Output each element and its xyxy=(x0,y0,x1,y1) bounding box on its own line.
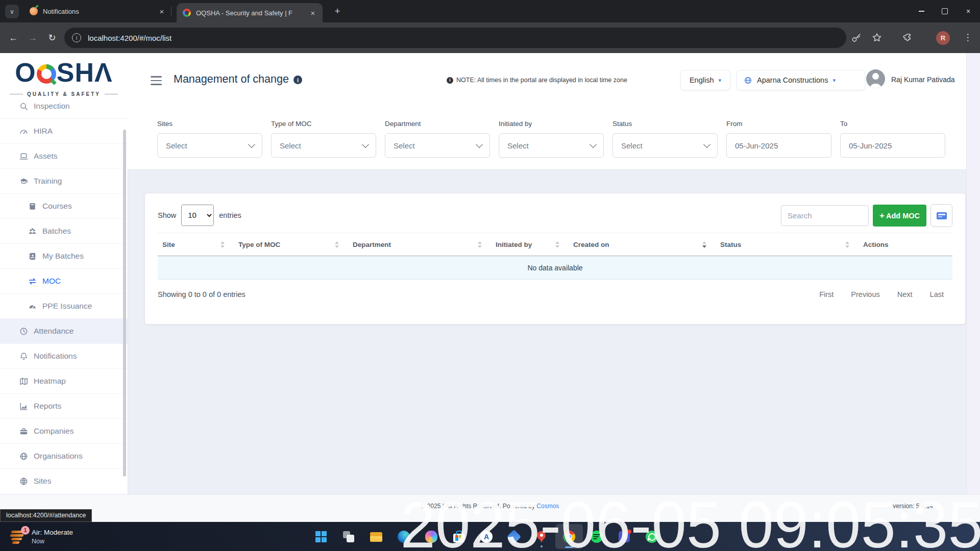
sidebar-item-training[interactable]: Training xyxy=(0,169,128,194)
oqsha-favicon-icon xyxy=(183,9,191,17)
sidebar-item-batches[interactable]: Batches xyxy=(0,219,128,244)
status-select[interactable]: Select xyxy=(612,133,718,158)
chrome-button[interactable] xyxy=(555,524,583,549)
chevron-down-icon xyxy=(476,141,483,148)
pagination-last[interactable]: Last xyxy=(930,290,944,298)
language-selector[interactable]: English ▾ xyxy=(680,70,730,90)
sidebar-item-notifications[interactable]: Notifications xyxy=(0,344,128,369)
column-header-site[interactable]: Site xyxy=(158,233,234,256)
column-header-type-of-moc[interactable]: Type of MOC xyxy=(234,233,348,256)
teams-button[interactable]: T xyxy=(610,524,638,549)
column-header-created-on[interactable]: Created on xyxy=(569,233,716,256)
browser-tab-strip: ∨ Notifications × OQSHA - Security and S… xyxy=(0,0,980,22)
cosmos-link[interactable]: Cosmos xyxy=(536,503,559,510)
helmet-gauge-icon xyxy=(28,302,37,311)
back-button[interactable]: ← xyxy=(6,31,20,45)
sites-select[interactable]: Select xyxy=(157,133,262,158)
sidebar-item-attendance[interactable]: Attendance xyxy=(0,319,128,344)
sidebar-item-courses[interactable]: Courses xyxy=(0,194,128,219)
column-header-actions: Actions xyxy=(859,233,952,256)
select-value: Select xyxy=(621,141,643,150)
select-value: Select xyxy=(507,141,529,150)
windows-taskbar: 1 Air: Moderate Now A T ^ ENG IN 11: xyxy=(0,522,980,551)
sidebar-item-moc[interactable]: MOC xyxy=(0,269,128,294)
add-moc-button[interactable]: +Add MOC xyxy=(873,205,926,227)
tab-search-button[interactable]: ∨ xyxy=(5,5,19,18)
initiated-by-select[interactable]: Select xyxy=(499,133,604,158)
password-key-icon[interactable] xyxy=(850,32,863,44)
visual-studio-button[interactable] xyxy=(500,524,528,549)
sidebar-item-organisations[interactable]: Organisations xyxy=(0,444,128,469)
sidebar: Inspection HIRA Assets Training Courses … xyxy=(0,53,128,522)
search-input[interactable] xyxy=(781,205,869,226)
address-bar[interactable]: i localhost:4200/#/moc/list xyxy=(64,28,846,48)
whatsapp-button[interactable] xyxy=(638,524,666,549)
column-header-initiated-by[interactable]: Initiated by xyxy=(491,233,569,256)
sidebar-item-hira[interactable]: HIRA xyxy=(0,119,128,144)
title-info-icon[interactable]: i xyxy=(293,76,302,84)
column-header-department[interactable]: Department xyxy=(348,233,491,256)
pin-app-button[interactable] xyxy=(528,524,555,549)
pagination-first[interactable]: First xyxy=(819,290,834,298)
page-scrollbar[interactable] xyxy=(966,53,980,522)
weather-widget[interactable]: 1 Air: Moderate Now xyxy=(6,525,77,548)
chevron-down-icon xyxy=(248,141,255,148)
copilot-button[interactable] xyxy=(418,524,445,549)
type-of-moc-select[interactable]: Select xyxy=(271,133,376,158)
sidebar-item-companies[interactable]: Companies xyxy=(0,419,128,444)
window-maximize-button[interactable] xyxy=(933,0,957,22)
version-text: version: 5.4.14 xyxy=(893,503,933,510)
window-minimize-button[interactable] xyxy=(910,0,933,22)
page-size-select[interactable]: 10 xyxy=(181,205,214,226)
link-preview-tooltip: localhost:4200/#/attendance xyxy=(0,509,92,522)
spotify-button[interactable] xyxy=(583,524,610,549)
hamburger-menu-icon[interactable] xyxy=(151,76,162,88)
task-view-icon xyxy=(342,531,355,543)
browser-menu-kebab-icon[interactable]: ⋮ xyxy=(962,31,974,45)
sidebar-item-ppe-issuance[interactable]: PPE Issuance xyxy=(0,294,128,319)
sidebar-item-my-batches[interactable]: My Batches xyxy=(0,244,128,269)
pagination-previous[interactable]: Previous xyxy=(851,290,879,298)
new-tab-button[interactable]: + xyxy=(331,5,344,18)
window-close-button[interactable]: × xyxy=(957,0,980,22)
filter-initiated-by: Initiated by Select xyxy=(499,120,604,158)
department-select[interactable]: Select xyxy=(385,133,490,158)
to-date-input[interactable]: 05-Jun-2025 xyxy=(840,133,945,158)
organisation-value: Aparna Constructions xyxy=(757,76,828,84)
browser-profile-avatar[interactable]: R xyxy=(936,31,950,45)
minimize-icon xyxy=(919,11,924,12)
notification-badge: 1 xyxy=(21,526,30,535)
weather-aqi-icon: 1 xyxy=(10,530,26,544)
tab-oqsha[interactable]: OQSHA - Security and Safety | F × xyxy=(177,3,323,22)
user-avatar[interactable] xyxy=(866,69,885,88)
site-info-icon[interactable]: i xyxy=(72,33,81,42)
sidebar-item-reports[interactable]: Reports xyxy=(0,394,128,419)
edge-button[interactable] xyxy=(390,524,418,549)
microsoft-store-button[interactable] xyxy=(445,524,473,549)
organisation-selector[interactable]: Aparna Constructions ▾ xyxy=(737,70,865,90)
pagination-next[interactable]: Next xyxy=(897,290,913,298)
dev-app-button[interactable]: A xyxy=(473,524,500,549)
file-explorer-button[interactable] xyxy=(362,524,390,549)
column-header-status[interactable]: Status xyxy=(716,233,859,256)
copyright-text: © 2025 | All Rights Reserved. xyxy=(421,503,501,510)
forward-button[interactable]: → xyxy=(26,31,40,45)
copilot-icon xyxy=(425,531,437,543)
start-button[interactable] xyxy=(307,524,335,549)
extensions-puzzle-icon[interactable] xyxy=(902,32,915,44)
tab-close-icon[interactable]: × xyxy=(308,8,318,18)
sidebar-item-sites[interactable]: Sites xyxy=(0,469,128,494)
tab-close-icon[interactable]: × xyxy=(157,6,167,16)
sidebar-item-label: Batches xyxy=(42,227,71,236)
sidebar-scrollbar[interactable] xyxy=(123,130,126,477)
filter-label: Department xyxy=(385,120,490,128)
sidebar-item-assets[interactable]: Assets xyxy=(0,144,128,169)
column-visibility-button[interactable] xyxy=(930,204,952,227)
bookmark-star-icon[interactable] xyxy=(871,32,883,44)
sidebar-item-heatmap[interactable]: Heatmap xyxy=(0,369,128,394)
reload-button[interactable]: ↻ xyxy=(45,31,59,45)
url-text: localhost:4200/#/moc/list xyxy=(88,34,172,42)
task-view-button[interactable] xyxy=(335,524,362,549)
from-date-input[interactable]: 05-Jun-2025 xyxy=(726,133,831,158)
tab-notifications[interactable]: Notifications × xyxy=(22,0,172,22)
